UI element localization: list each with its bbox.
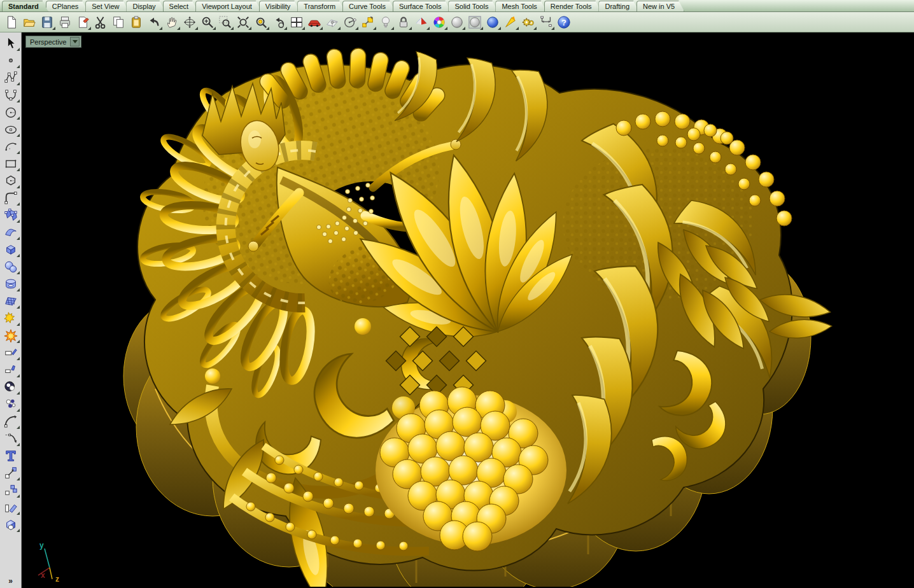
rotate-objects-tool-button[interactable] <box>2 498 20 515</box>
text-tool-button[interactable] <box>2 447 20 464</box>
single-point-icon <box>4 53 18 67</box>
help-icon: ? <box>557 15 571 29</box>
undo-view-change-button[interactable] <box>271 14 287 31</box>
boolean-difference-tool-button[interactable] <box>2 515 20 533</box>
tab-visibility[interactable]: Visibility <box>259 1 300 11</box>
dimension-button[interactable] <box>538 14 554 31</box>
sphere-icon <box>4 260 18 274</box>
move-icon <box>4 466 18 480</box>
zoom-dynamic-icon <box>200 15 214 29</box>
arc-tool-button[interactable] <box>2 137 20 155</box>
rectangle-tool-button[interactable] <box>2 155 20 172</box>
perspective-viewport[interactable]: Perspective <box>22 32 914 588</box>
point-cloud-tool-button[interactable] <box>2 395 20 412</box>
save-file-icon <box>40 15 54 29</box>
paste-button[interactable] <box>128 14 144 31</box>
open-file-button[interactable] <box>21 14 38 31</box>
extend-curve-tool-button[interactable] <box>2 430 20 447</box>
hide-light-button[interactable] <box>377 14 394 31</box>
render-cone-button[interactable] <box>502 14 519 31</box>
axis-z-label: z <box>55 575 59 584</box>
layer-wedge-icon <box>414 15 428 29</box>
explode-icon <box>4 328 18 342</box>
control-point-curve-tool-button[interactable] <box>2 69 20 86</box>
polygon-tool-button[interactable] <box>2 172 20 189</box>
layer-wedge-button[interactable] <box>413 14 430 31</box>
zoom-selected-button[interactable] <box>253 14 269 31</box>
split-tool-button[interactable] <box>2 361 20 378</box>
select-tool-button[interactable] <box>2 34 20 52</box>
circle-tool-button[interactable] <box>2 103 20 120</box>
tab-drafting[interactable]: Drafting <box>598 1 639 11</box>
ghosted-sphere-button[interactable] <box>467 14 483 31</box>
tab-standard[interactable]: Standard <box>2 1 48 11</box>
tab-solid-tools[interactable]: Solid Tools <box>448 1 498 11</box>
interpolate-curve-tool-button[interactable] <box>2 86 20 103</box>
options-gears-button[interactable] <box>520 14 537 31</box>
arc-icon <box>4 139 18 153</box>
rotate-button[interactable] <box>342 14 358 31</box>
copy-icon <box>111 15 125 29</box>
trim-tool-button[interactable] <box>2 344 20 361</box>
rotate-view-button[interactable] <box>181 14 198 31</box>
named-view-car-button[interactable] <box>306 14 323 31</box>
tab-new-in-v5[interactable]: New in V5 <box>636 1 684 11</box>
tool-sidebar: » <box>0 32 22 588</box>
save-file-button[interactable] <box>39 14 55 31</box>
cut-button[interactable] <box>92 14 109 31</box>
zoom-extents-button[interactable] <box>235 14 251 31</box>
fillet-curves-tool-button[interactable] <box>2 412 20 430</box>
box-tool-button[interactable] <box>2 241 20 258</box>
curve-boolean-tool-button[interactable] <box>2 378 20 395</box>
rendered-sphere-button[interactable] <box>484 14 501 31</box>
viewport-layout-button[interactable] <box>288 14 305 31</box>
zoom-selected-icon <box>254 15 268 29</box>
model-rendering[interactable] <box>22 32 914 587</box>
tab-display[interactable]: Display <box>126 1 165 11</box>
shaded-sphere-button[interactable] <box>449 14 465 31</box>
lock-button[interactable] <box>395 14 412 31</box>
tab-mesh-tools[interactable]: Mesh Tools <box>495 1 546 11</box>
pan-view-button[interactable] <box>164 14 180 31</box>
tab-viewport-layout[interactable]: Viewport Layout <box>195 1 262 11</box>
revolve-tool-button[interactable] <box>2 275 20 292</box>
zoom-window-button[interactable] <box>217 14 234 31</box>
sidebar-expand-chevron[interactable]: » <box>8 577 13 585</box>
axis-x-label: x <box>41 571 45 580</box>
sphere-tool-button[interactable] <box>2 258 20 275</box>
new-document-button[interactable] <box>3 14 20 31</box>
mesh-tool-button[interactable] <box>2 292 20 309</box>
viewport-layout-icon <box>290 15 304 29</box>
color-wheel-button[interactable] <box>431 14 447 31</box>
render-cone-icon <box>503 15 517 29</box>
scale-button[interactable] <box>360 14 376 31</box>
boolean-union-icon <box>4 311 18 325</box>
boolean-union-tool-button[interactable] <box>2 309 20 326</box>
move-tool-button[interactable] <box>2 464 20 481</box>
chevron-down-icon[interactable] <box>70 37 80 46</box>
edit-properties-button[interactable] <box>74 14 91 31</box>
help-button[interactable]: ? <box>556 14 572 31</box>
tab-render-tools[interactable]: Render Tools <box>544 1 601 11</box>
axis-y-label: y <box>39 541 44 550</box>
set-cplane-button[interactable] <box>324 14 341 31</box>
tab-select[interactable]: Select <box>163 1 199 11</box>
ellipse-tool-button[interactable] <box>2 120 20 137</box>
tab-surface-tools[interactable]: Surface Tools <box>393 1 451 11</box>
viewport-title-button[interactable]: Perspective <box>25 36 81 48</box>
open-file-icon <box>22 15 36 29</box>
tab-transform[interactable]: Transform <box>297 1 345 11</box>
surface-patch-tool-button[interactable] <box>2 223 20 241</box>
print-button[interactable] <box>57 14 73 31</box>
single-point-tool-button[interactable] <box>2 52 20 69</box>
tab-cplanes[interactable]: CPlanes <box>46 1 88 11</box>
explode-tool-button[interactable] <box>2 326 20 344</box>
copy-objects-tool-button[interactable] <box>2 481 20 498</box>
zoom-dynamic-button[interactable] <box>199 14 216 31</box>
tab-set-view[interactable]: Set View <box>85 1 129 11</box>
tab-curve-tools[interactable]: Curve Tools <box>342 1 395 11</box>
surface-corner-points-tool-button[interactable] <box>2 206 20 223</box>
undo-button[interactable] <box>146 14 162 31</box>
copy-button[interactable] <box>110 14 127 31</box>
corner-curve-tool-button[interactable] <box>2 189 20 206</box>
